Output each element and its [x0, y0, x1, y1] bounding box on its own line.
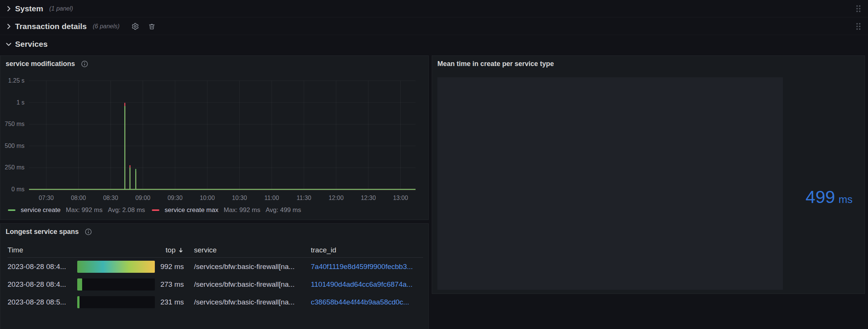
panel-longest-service-spans: Longest service spans Time top service t… [0, 223, 429, 329]
x-tick-label: 09:30 [158, 195, 192, 201]
stat-value: 499 ms [805, 187, 853, 207]
stat-graph-area [437, 77, 783, 290]
row-title-transaction-details[interactable]: Transaction details [15, 22, 87, 31]
duration-bar [77, 261, 155, 273]
cell-service: /services/bfw:basic-firewall[na... [190, 298, 307, 306]
y-tick-label: 750 ms [0, 121, 24, 128]
legend-item-service-create-max[interactable]: service create max Max: 992 ms Avg: 499 … [152, 206, 301, 214]
trace-id-link[interactable]: 1101490d4ad64cc6a9fc6874a... [311, 280, 413, 288]
y-tick-label: 500 ms [0, 143, 24, 149]
y-tick-label: 0 ms [0, 186, 24, 193]
legend-stat-avg: Avg: 2.08 ms [108, 206, 145, 214]
cell-top: 231 ms [77, 296, 190, 308]
row-panel-count: (6 panels) [93, 23, 119, 30]
x-tick-label: 08:00 [61, 195, 95, 201]
cell-top: 273 ms [77, 278, 190, 291]
series-swatch [8, 209, 15, 211]
duration-bar-track [77, 296, 155, 308]
cell-time: 2023-08-28 08:4... [8, 280, 77, 289]
x-tick-label: 08:30 [94, 195, 128, 201]
row-title-services[interactable]: Services [15, 40, 47, 49]
grip-dots-icon[interactable] [856, 5, 860, 12]
row-actions [131, 23, 156, 30]
table-row: 2023-08-28 08:4... 992 ms /services/bfw:… [8, 258, 423, 275]
col-header-trace-id[interactable]: trace_id [307, 246, 423, 254]
x-tick-label: 10:30 [223, 195, 257, 201]
trash-icon[interactable] [148, 23, 156, 30]
spans-table: Time top service trace_id 2023-08-28 08:… [8, 243, 423, 311]
panel-header: Longest service spans [0, 224, 428, 240]
timeseries-plot [29, 81, 416, 189]
col-header-top[interactable]: top [77, 246, 190, 254]
panel-header: Mean time in create per service type [432, 56, 865, 72]
info-circle-icon[interactable] [85, 228, 92, 235]
chevron-right-icon [5, 23, 12, 30]
sort-desc-icon [178, 247, 184, 253]
table-header-row: Time top service trace_id [8, 243, 423, 258]
row-header-transaction-details[interactable]: Transaction details (6 panels) [0, 18, 868, 35]
x-tick-label: 07:30 [29, 195, 63, 201]
info-circle-icon[interactable] [81, 60, 88, 68]
panel-title[interactable]: Longest service spans [6, 228, 79, 236]
panel-mean-time-in-create: Mean time in create per service type 499… [432, 55, 865, 294]
duration-bar-track [77, 261, 155, 273]
row-panel-count: (1 panel) [49, 5, 73, 12]
x-tick-label: 09:00 [126, 195, 160, 201]
grafana-dashboard: System (1 panel) Transaction details (6 … [0, 0, 868, 329]
panel-title[interactable]: service modifications [6, 60, 75, 68]
duration-value: 231 ms [155, 298, 190, 306]
x-tick-label: 11:00 [255, 195, 289, 201]
col-header-service[interactable]: service [190, 246, 307, 254]
row-header-services[interactable]: Services [0, 35, 868, 53]
row-header-system[interactable]: System (1 panel) [0, 0, 868, 17]
duration-bar-track [77, 278, 155, 291]
x-tick-label: 12:00 [319, 195, 353, 201]
chevron-right-icon [5, 5, 12, 12]
x-tick-label: 10:00 [190, 195, 224, 201]
panel-header: service modifications [0, 56, 428, 72]
chart-legend: service create Max: 992 ms Avg: 2.08 ms … [8, 206, 301, 214]
cell-service: /services/bfw:basic-firewall[na... [190, 280, 307, 289]
legend-stat-avg: Avg: 499 ms [266, 206, 301, 214]
y-tick-label: 250 ms [0, 164, 24, 171]
x-tick-label: 13:00 [384, 195, 417, 201]
legend-stat-max: Max: 992 ms [224, 206, 260, 214]
legend-series-name[interactable]: service create [21, 206, 61, 214]
cell-trace-id: c38658b44e4f44b9aa58cd0c... [307, 298, 423, 306]
duration-bar [77, 296, 79, 308]
stat-unit: ms [839, 194, 853, 206]
duration-bar [77, 278, 82, 291]
stat-number: 499 [805, 187, 835, 207]
x-tick-label: 11:30 [287, 195, 321, 201]
cell-service: /services/bfw:basic-firewall[na... [190, 263, 307, 271]
chevron-down-icon [5, 41, 12, 48]
y-tick-label: 1.25 s [0, 77, 24, 84]
gear-icon[interactable] [131, 23, 139, 30]
cell-time: 2023-08-28 08:4... [8, 263, 77, 271]
cell-trace-id: 1101490d4ad64cc6a9fc6874a... [307, 280, 423, 289]
x-tick-label: 12:30 [351, 195, 385, 201]
col-header-top-label: top [166, 246, 176, 254]
duration-value: 273 ms [155, 280, 190, 289]
legend-stat-max: Max: 992 ms [66, 206, 102, 214]
legend-item-service-create[interactable]: service create Max: 992 ms Avg: 2.08 ms [8, 206, 145, 214]
duration-value: 992 ms [155, 263, 190, 271]
trace-id-link[interactable]: 7a40f1119e8d459f9900fecbb3... [311, 263, 413, 271]
cell-top: 992 ms [77, 261, 190, 273]
trace-id-link[interactable]: c38658b44e4f44b9aa58cd0c... [311, 298, 409, 306]
series-swatch [152, 209, 159, 211]
panel-title[interactable]: Mean time in create per service type [437, 60, 554, 68]
table-row: 2023-08-28 08:4... 273 ms /services/bfw:… [8, 275, 423, 293]
table-row: 2023-08-28 08:5... 231 ms /services/bfw:… [8, 293, 423, 311]
cell-trace-id: 7a40f1119e8d459f9900fecbb3... [307, 263, 423, 271]
grip-dots-icon[interactable] [856, 23, 860, 30]
cell-time: 2023-08-28 08:5... [8, 298, 77, 306]
col-header-time[interactable]: Time [8, 246, 77, 254]
legend-series-name[interactable]: service create max [165, 206, 219, 214]
panel-service-modifications: service modifications 0 ms250 ms500 ms75… [0, 55, 429, 220]
y-tick-label: 1 s [0, 99, 24, 106]
row-title-system[interactable]: System [15, 4, 43, 13]
